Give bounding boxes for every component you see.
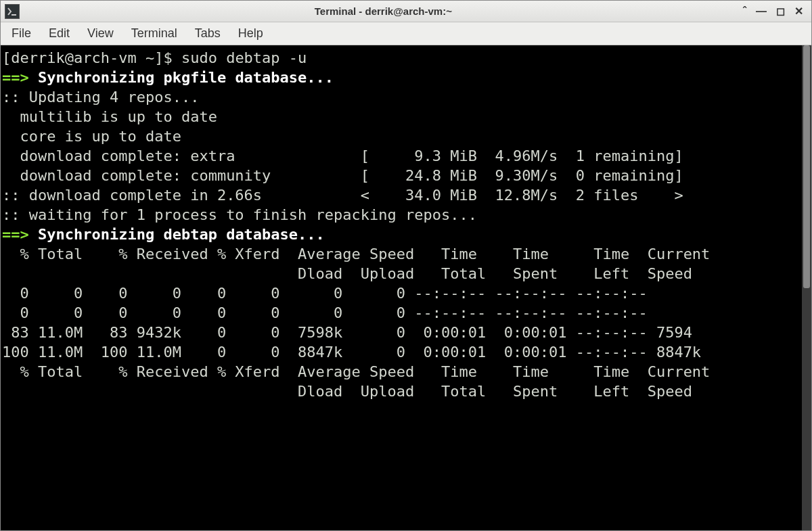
maximize-button[interactable]: ◻ (776, 5, 785, 18)
terminal[interactable]: [derrik@arch-vm ~]$ sudo debtap -u ==> S… (1, 45, 802, 530)
curl-header-1: % Total % Received % Xferd Average Speed… (2, 246, 710, 262)
sync-pkgfile-line: Synchronizing pkgfile database... (38, 69, 334, 86)
curl-row: 0 0 0 0 0 0 0 0 --:--:-- --:--:-- --:--:… (2, 285, 648, 302)
waiting-line: :: waiting for 1 process to finish repac… (2, 206, 477, 223)
collapse-button[interactable]: ˆ (743, 5, 746, 18)
multilib-line: multilib is up to date (2, 108, 217, 125)
core-line: core is up to date (2, 128, 181, 145)
titlebar[interactable]: Terminal - derrik@arch-vm:~ ˆ — ◻ ✕ (1, 1, 811, 22)
curl-header-2b: Dload Upload Total Spent Left Speed (2, 383, 692, 400)
menubar: File Edit View Terminal Tabs Help (1, 22, 811, 45)
curl-row: 100 11.0M 100 11.0M 0 0 8847k 0 0:00:01 … (2, 344, 701, 361)
prompt: [derrik@arch-vm ~]$ (2, 49, 181, 66)
dl-community-line: download complete: community [ 24.8 MiB … (2, 167, 683, 184)
terminal-area: [derrik@arch-vm ~]$ sudo debtap -u ==> S… (1, 45, 811, 530)
updating-line: :: Updating 4 repos... (2, 89, 199, 106)
command: sudo debtap -u (181, 49, 307, 66)
menu-file[interactable]: File (12, 26, 31, 41)
curl-header-2: Dload Upload Total Spent Left Speed (2, 265, 692, 282)
close-button[interactable]: ✕ (794, 5, 803, 18)
arrow-indicator: ==> (2, 226, 38, 243)
menu-terminal[interactable]: Terminal (131, 26, 177, 41)
scroll-thumb[interactable] (803, 45, 810, 288)
menu-edit[interactable]: Edit (49, 26, 70, 41)
curl-row: 0 0 0 0 0 0 0 0 --:--:-- --:--:-- --:--:… (2, 304, 648, 321)
window-controls: ˆ — ◻ ✕ (743, 5, 807, 18)
curl-header-1b: % Total % Received % Xferd Average Speed… (2, 363, 710, 380)
menu-tabs[interactable]: Tabs (195, 26, 221, 41)
sync-debtap-line: Synchronizing debtap database... (38, 226, 325, 243)
scroll-track[interactable] (802, 45, 811, 530)
scrollbar[interactable] (802, 45, 811, 530)
window-title: Terminal - derrik@arch-vm:~ (24, 5, 743, 17)
curl-row: 83 11.0M 83 9432k 0 0 7598k 0 0:00:01 0:… (2, 324, 692, 341)
dl-complete-line: :: download complete in 2.66s < 34.0 MiB… (2, 187, 683, 204)
menu-view[interactable]: View (87, 26, 114, 41)
menu-help[interactable]: Help (238, 26, 263, 41)
arrow-indicator: ==> (2, 69, 38, 86)
window-frame: Terminal - derrik@arch-vm:~ ˆ — ◻ ✕ File… (0, 0, 812, 531)
dl-extra-line: download complete: extra [ 9.3 MiB 4.96M… (2, 147, 683, 164)
minimize-button[interactable]: — (756, 5, 767, 18)
terminal-icon (5, 4, 20, 19)
